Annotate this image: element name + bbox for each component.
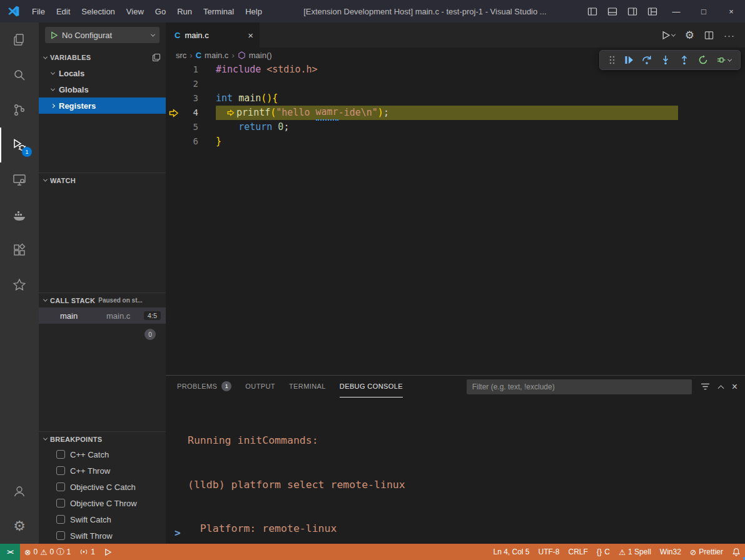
menu-run[interactable]: Run [171,4,198,19]
more-actions-icon[interactable]: ··· [724,30,735,41]
toggle-panel-icon[interactable] [602,0,622,22]
toggle-sidebar-icon[interactable] [582,0,602,22]
checkbox[interactable] [56,482,65,491]
checkbox[interactable] [56,466,65,475]
menu-edit[interactable]: Edit [51,4,76,19]
run-or-debug-button[interactable] [661,31,675,40]
tab-output[interactable]: OUTPUT [245,376,275,398]
menu-go[interactable]: Go [150,4,171,19]
toggle-secondary-sidebar-icon[interactable] [622,0,642,22]
spell-checker-status[interactable]: ⚠ 1 Spell [614,544,656,560]
execution-pointer-icon[interactable] [166,106,182,120]
remote-indicator[interactable]: >< [0,544,20,560]
filter-lines-icon[interactable] [701,382,710,391]
maximize-button[interactable]: □ [690,0,717,22]
breakpoint-row[interactable]: C++ Catch [39,446,166,462]
step-into-icon[interactable] [661,55,671,65]
gutter-margin[interactable] [166,77,182,91]
code-content[interactable]: #include <stdio.h> [198,62,318,77]
tab-terminal[interactable]: TERMINAL [289,376,326,398]
split-editor-icon[interactable] [704,31,714,40]
code-line-6[interactable]: 6 } [166,134,745,149]
duplicate-icon[interactable] [152,53,161,62]
tab-problems[interactable]: PROBLEMS 1 [177,376,231,398]
menu-help[interactable]: Help [240,4,268,19]
docker-icon[interactable] [0,198,39,232]
code-content[interactable]: int main(){ [198,91,278,106]
breakpoint-row[interactable]: Swift Throw [39,528,166,544]
breadcrumb-symbol[interactable]: main() [249,51,272,60]
console-filter-input[interactable] [467,379,692,394]
disconnect-icon[interactable] [716,55,731,65]
console-prompt[interactable]: > [175,527,181,539]
variables-item-registers[interactable]: Registers [39,98,166,114]
code-line-4-current[interactable]: 4 printf("hello wamr-ide\n"); [166,106,745,120]
customize-layout-icon[interactable] [642,0,662,22]
callstack-header[interactable]: CALL STACK Paused on st... [39,292,166,308]
ports-status[interactable]: 1 [75,544,99,560]
gutter-margin[interactable] [166,91,182,106]
source-control-icon[interactable] [0,92,39,128]
minimize-button[interactable]: — [662,0,690,22]
encoding-selector[interactable]: UTF-8 [534,544,564,560]
inline-breakpoint-icon[interactable] [227,109,235,116]
tab-debug-console[interactable]: DEBUG CONSOLE [340,376,403,398]
toolbar-drag-handle[interactable] [609,55,615,65]
code-line-3[interactable]: 3 int main(){ [166,91,745,106]
checkbox[interactable] [56,450,65,459]
accounts-icon[interactable] [0,474,39,509]
explorer-icon[interactable] [0,22,39,58]
gear-icon[interactable]: ⚙ [685,30,694,41]
menu-file[interactable]: File [26,4,51,19]
menu-selection[interactable]: Selection [76,4,120,19]
variables-item-globals[interactable]: Globals [39,81,166,98]
close-icon[interactable]: × [248,30,253,41]
breakpoint-row[interactable]: C++ Throw [39,462,166,479]
extensions-icon[interactable] [0,232,39,268]
star-icon[interactable] [0,268,39,302]
problems-status[interactable]: ⊗ 0 ⚠ 0 ⓘ 1 [20,544,75,560]
tab-main-c[interactable]: C main.c × [166,22,260,48]
close-button[interactable]: × [717,0,745,22]
code-content[interactable]: printf("hello wamr-ide\n"); [198,106,389,120]
step-out-icon[interactable] [679,55,689,65]
notifications-bell[interactable] [727,544,745,560]
settings-gear-icon[interactable]: ⚙ [0,509,39,544]
code-content[interactable] [198,77,216,91]
gutter-margin[interactable] [166,120,182,134]
checkbox[interactable] [56,499,65,508]
search-icon[interactable] [0,58,39,92]
formatter-status[interactable]: ⊘ Prettier [686,544,727,560]
language-selector[interactable]: {} C [592,544,614,560]
close-panel-icon[interactable]: × [732,381,737,392]
code-content[interactable]: } [198,134,221,149]
checkbox[interactable] [56,531,65,540]
breakpoint-row[interactable]: Swift Catch [39,511,166,528]
menu-terminal[interactable]: Terminal [198,4,240,19]
run-and-debug-icon[interactable]: 1 [0,128,39,162]
breadcrumb-folder[interactable]: src [176,51,186,60]
breadcrumb-file[interactable]: main.c [205,51,228,60]
stack-frame-row[interactable]: main main.c 4:5 [39,308,166,324]
checkbox[interactable] [56,515,65,524]
remote-explorer-icon[interactable] [0,162,39,198]
breakpoints-header[interactable]: BREAKPOINTS [39,431,166,446]
restart-icon[interactable] [698,55,708,65]
debug-status-icon[interactable] [99,544,116,560]
code-line-2[interactable]: 2 [166,77,745,91]
watch-header[interactable]: WATCH [39,172,166,188]
start-debugging-icon[interactable] [50,31,58,39]
gutter-margin[interactable] [166,134,182,149]
cursor-position[interactable]: Ln 4, Col 5 [489,544,534,560]
menu-view[interactable]: View [121,4,150,19]
continue-icon[interactable] [624,55,634,65]
breakpoint-row[interactable]: Objective C Throw [39,495,166,511]
platform-status[interactable]: Win32 [656,544,686,560]
eol-selector[interactable]: CRLF [564,544,592,560]
maximize-panel-icon[interactable] [717,385,724,391]
code-line-5[interactable]: 5 return 0; [166,120,745,134]
variables-header[interactable]: VARIABLES [39,50,166,65]
breakpoint-row[interactable]: Objective C Catch [39,479,166,495]
code-content[interactable]: return 0; [198,120,289,134]
step-over-icon[interactable] [642,55,652,65]
